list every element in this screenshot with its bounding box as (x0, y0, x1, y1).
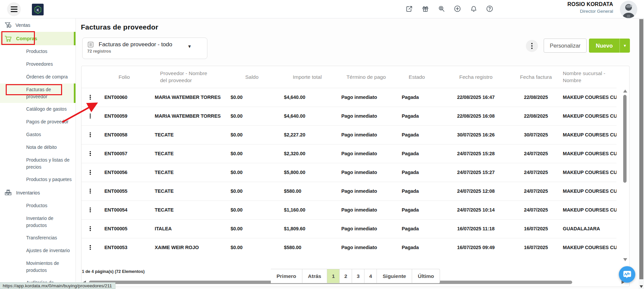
sidebar-item[interactable]: Productos (0, 45, 76, 58)
sidebar-item[interactable]: Facturas de proveedor (0, 83, 76, 103)
sidebar-item[interactable]: Ajustes de inventario (0, 244, 76, 257)
more-options-button[interactable] (526, 40, 538, 52)
sidebar-item[interactable]: Transferencias (0, 232, 76, 244)
row-menu-cell[interactable] (82, 238, 99, 257)
header-fecha-factura[interactable]: Fecha factura (514, 66, 557, 88)
row-kebab-icon[interactable] (82, 151, 99, 156)
header-importe-total[interactable]: Importe total (279, 66, 336, 88)
gift-icon[interactable] (421, 3, 429, 15)
scroll-down-arrow-icon[interactable] (623, 258, 627, 261)
notifications-bell-icon[interactable] (469, 3, 478, 15)
row-kebab-icon[interactable] (82, 95, 99, 100)
new-button[interactable]: Nuevo ▼ (589, 39, 630, 53)
row-menu-cell[interactable] (82, 219, 99, 238)
pagination-button[interactable]: Último (412, 269, 440, 283)
sidebar-item[interactable]: Productos (0, 199, 76, 212)
boxes-icon (4, 189, 12, 196)
pagination-button[interactable]: 2 (340, 269, 352, 283)
kordata-logo[interactable]: K (32, 4, 44, 15)
user-block[interactable]: ROSIO KORDATA Director General (526, 1, 613, 14)
header-saldo[interactable]: Saldo (225, 66, 279, 88)
vertical-scroll-thumb[interactable] (623, 95, 627, 183)
table-row[interactable]: ENT00058 TECATE $0.00 $2,227.20 Pago inm… (82, 125, 616, 144)
personalize-button[interactable]: Personalizar (544, 39, 587, 53)
cell-proveedor: ITALEA (149, 219, 225, 238)
sidebar-item[interactable]: Nota de débito (0, 141, 76, 154)
hexagon-k-icon: K (34, 5, 42, 14)
sidebar-section-ventas[interactable]: $ Ventas (0, 18, 76, 32)
browser-scroll-down-arrow-icon[interactable] (640, 285, 643, 288)
chat-widget-button[interactable] (619, 266, 635, 283)
header-proveedor[interactable]: Proveedor - Nombre del proveedor (149, 66, 225, 88)
cell-sucursal: MAKEUP COURSES CULIAC (557, 125, 616, 144)
sidebar-inventarios-items: ProductosInventario de productosTransfer… (0, 199, 76, 289)
browser-vertical-scrollbar[interactable] (639, 18, 644, 289)
avatar[interactable] (620, 1, 637, 18)
cell-saldo: $0.00 (225, 163, 279, 182)
pagination-button[interactable]: Primero (271, 269, 302, 283)
table-row[interactable]: ENT00055 TECATE $0.00 $580.00 Pago inmed… (82, 182, 616, 200)
header-termino-pago[interactable]: Término de pago (336, 66, 396, 88)
table-row[interactable]: ENT00060 MARIA WATEMBER TORRES $0.00 $4,… (82, 88, 616, 107)
table-row[interactable]: ENT00005 ITALEA $0.00 $1,809.60 Pago inm… (82, 219, 616, 238)
hamburger-menu-button[interactable] (7, 2, 21, 16)
cell-termino-pago: Pago inmediato (336, 200, 396, 219)
row-menu-cell[interactable] (82, 182, 99, 200)
table-row[interactable]: ENT00056 TECATE $0.00 $5,800.00 Pago inm… (82, 163, 616, 182)
row-kebab-icon[interactable] (82, 208, 99, 212)
help-circle-icon[interactable] (486, 3, 494, 15)
cell-estado: Pagada (396, 125, 437, 144)
row-kebab-icon[interactable] (82, 226, 99, 231)
add-circle-icon[interactable] (453, 3, 461, 15)
header-fecha-registro[interactable]: Fecha registro (437, 66, 514, 88)
row-menu-cell[interactable] (82, 88, 99, 107)
sidebar-item-label: Productos y paquetes (26, 177, 71, 182)
pagination-button[interactable]: Atrás (302, 269, 328, 283)
browser-scroll-thumb[interactable] (639, 19, 643, 279)
sidebar-item[interactable]: Catálogo de gastos (0, 103, 76, 116)
cell-termino-pago: Pago inmediato (336, 163, 396, 182)
row-menu-cell[interactable] (82, 200, 99, 219)
new-dropdown-arrow[interactable]: ▼ (620, 39, 630, 53)
table-vertical-scrollbar[interactable] (623, 90, 627, 261)
pagination-button[interactable]: 4 (364, 269, 377, 283)
cell-folio: ENT00059 (99, 107, 149, 125)
row-menu-cell[interactable] (82, 125, 99, 144)
sidebar-item-label: Productos y listas de precios (26, 157, 69, 170)
sidebar-item[interactable]: Pagos de proveedor (0, 116, 76, 128)
sidebar-item[interactable]: Inventario de productos (0, 212, 76, 232)
row-kebab-icon[interactable] (82, 132, 99, 137)
external-link-icon[interactable] (405, 3, 413, 15)
header-folio[interactable]: Folio (99, 66, 149, 88)
table-row[interactable]: ENT00059 MARIA WATEMBER TORRES $0.00 $4,… (82, 107, 616, 125)
sidebar-section-compras[interactable]: Compras (0, 32, 76, 45)
scroll-up-arrow-icon[interactable] (623, 90, 627, 93)
cell-estado: Pagada (396, 182, 437, 200)
view-selector[interactable]: Facturas de proveedor - todo ▼ 72 regist… (82, 38, 207, 59)
pagination-button[interactable]: 3 (352, 269, 364, 283)
sidebar-item[interactable]: Productos y listas de precios (0, 154, 76, 173)
header-sucursal[interactable]: Nombre sucursal - Nombre (557, 66, 616, 88)
row-kebab-icon[interactable] (82, 245, 99, 250)
table-row[interactable]: ENT00054 TECATE $0.00 $1,160.00 Pago inm… (82, 200, 616, 219)
row-kebab-icon[interactable] (82, 189, 99, 193)
sidebar-item[interactable]: Órdenes de compra (0, 71, 76, 83)
row-menu-cell[interactable] (82, 163, 99, 182)
new-button-label[interactable]: Nuevo (589, 39, 620, 53)
sidebar-item[interactable]: Gastos (0, 128, 76, 141)
sidebar-item[interactable]: Productos y paquetes (0, 173, 76, 186)
table-row[interactable]: ENT00057 TECATE $0.00 $2,320.00 Pago inm… (82, 144, 616, 163)
table-row[interactable]: ENT00053 XAIME WEIR ROJO $0.00 $580.00 P… (82, 238, 616, 257)
search-icon[interactable] (437, 3, 445, 15)
sidebar-item[interactable]: Movimientos de productos (0, 257, 76, 277)
row-kebab-icon[interactable] (82, 114, 99, 118)
sidebar-item[interactable]: Proveedores (0, 58, 76, 71)
row-menu-cell[interactable] (82, 107, 99, 125)
header-estado[interactable]: Estado (396, 66, 437, 88)
row-kebab-icon[interactable] (82, 170, 99, 175)
sidebar-section-inventarios[interactable]: Inventarios (0, 186, 76, 199)
pagination-button[interactable]: 1 (327, 269, 340, 283)
row-menu-cell[interactable] (82, 144, 99, 163)
pagination-button[interactable]: Siguiente (377, 269, 412, 283)
cell-folio: ENT00005 (99, 219, 149, 238)
